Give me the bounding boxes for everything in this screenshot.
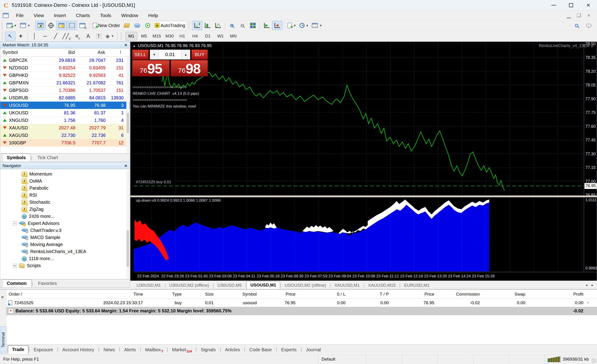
buy-button[interactable]: BUY [191, 50, 208, 60]
timeframe-m1-button[interactable]: M1 [126, 32, 137, 40]
menu-charts[interactable]: Charts [71, 11, 95, 20]
orders-column-time[interactable]: Time [63, 292, 145, 297]
orders-column-profit[interactable]: Profit [527, 292, 586, 297]
navigator-item-renkolivecharts-v4-13ea[interactable]: RenkoLiveCharts_v4_13EA [0, 248, 130, 255]
column-ask[interactable]: Ask [77, 50, 107, 55]
toolbar-grip[interactable] [189, 22, 190, 29]
line-chart-button[interactable]: ╱╲ [213, 21, 223, 30]
minimize-button[interactable] [545, 0, 562, 10]
market-watch-scrollbar[interactable] [126, 57, 129, 153]
toolbar-grip[interactable] [2, 22, 4, 29]
menu-insert[interactable]: Insert [49, 11, 71, 20]
maximize-button[interactable] [562, 0, 580, 10]
terminal-close-icon[interactable]: × [1, 295, 4, 300]
navigator-close-icon[interactable]: × [125, 163, 127, 168]
new-order-button[interactable]: New Order [91, 21, 122, 30]
chart-tab-u30usd-m5[interactable]: U30USD,M5 [214, 282, 245, 289]
navigator-item-parabolic[interactable]: fParabolic [0, 185, 130, 192]
cursor-button[interactable]: ↖ [5, 32, 16, 41]
terminal-tab-alerts[interactable]: Alerts [120, 346, 140, 354]
orders-column-price[interactable]: Price [259, 292, 298, 297]
terminal-tab-news[interactable]: News [100, 346, 119, 354]
market-watch-row-nzdsgd[interactable]: NZDSGD0.832540.83405151 [0, 64, 130, 72]
trendline-button[interactable]: ╱ [50, 32, 61, 41]
zoom-out-button[interactable]: − [237, 21, 248, 30]
volume-input[interactable]: 0.01 [159, 50, 181, 59]
orders-column-swap[interactable]: Swap [482, 292, 527, 297]
terminal-vertical-tab[interactable]: Terminal [0, 326, 6, 353]
menu-window[interactable]: Window [116, 11, 143, 20]
column-spread[interactable]: ! [107, 50, 123, 55]
market-watch-row-gbphkd[interactable]: GBPHKD9.925229.9256341 [0, 72, 130, 79]
terminal-tab-signals[interactable]: Signals [197, 346, 220, 354]
market-watch-toggle-button[interactable] [35, 21, 46, 30]
shapes-button[interactable]: ◈▼ [104, 32, 116, 41]
market-watch-tab-tick-chart[interactable]: Tick Chart [32, 154, 63, 162]
terminal-tab-trade[interactable]: Trade [8, 345, 28, 354]
child-minimize-button[interactable]: ▁ [564, 13, 574, 18]
terminal-tab-exposure[interactable]: Exposure [30, 346, 57, 354]
signals-button[interactable] [142, 21, 153, 30]
fibonacci-button[interactable]: ≡F [73, 32, 83, 41]
navigator-item-scripts[interactable]: +Scripts [0, 262, 130, 269]
menu-view[interactable]: View [29, 11, 49, 20]
orders-column-t-p[interactable]: T / P [348, 292, 391, 297]
horizontal-line-button[interactable]: ─ [40, 32, 50, 41]
navigator-tab-favorites[interactable]: Favorites [33, 280, 62, 287]
navigator-item-expert-advisors[interactable]: −Expert Advisors [0, 220, 130, 227]
orders-column-symbol[interactable]: Symbol [216, 292, 259, 297]
market-watch-row-xagusd[interactable]: XAGUSD22.73022.7366 [0, 132, 130, 139]
orders-column-s-l[interactable]: S / L [298, 292, 348, 297]
collapse-icon[interactable]: − [13, 221, 17, 225]
terminal-tab-account-history[interactable]: Account History [58, 346, 98, 354]
market-watch-row-xauusd[interactable]: XAUUSD2027.482027.7931 [0, 124, 130, 132]
volume-down-button[interactable]: ▼ [150, 50, 159, 59]
terminal-tab-experts[interactable]: Experts [277, 346, 301, 354]
market-watch-close-icon[interactable]: × [125, 42, 127, 48]
toolbar-grip[interactable] [121, 32, 123, 40]
profiles-button[interactable]: ▼ [18, 21, 32, 30]
market-button[interactable] [132, 21, 142, 30]
navigator-tab-common[interactable]: Common [2, 280, 31, 287]
zoom-in-button[interactable]: + [227, 21, 237, 30]
vertical-line-button[interactable]: │ [29, 32, 40, 41]
indicators-button[interactable]: ▼ [286, 21, 298, 30]
market-watch-row-100gbp[interactable]: 100GBP7706.57707.712 [0, 139, 130, 147]
navigator-item-stochastic[interactable]: fStochastic [0, 199, 130, 206]
menu-tools[interactable]: Tools [95, 11, 116, 20]
crosshair-button[interactable]: + [16, 32, 26, 41]
orders-column-type[interactable]: Type [145, 292, 184, 297]
menu-file[interactable]: File [11, 11, 29, 20]
terminal-tab-journal[interactable]: Journal [302, 346, 325, 354]
orders-column-order-[interactable]: Order / [6, 292, 63, 297]
navigator-item-moving-average[interactable]: Moving Average [0, 241, 130, 248]
navigator-item-momentum[interactable]: fMomentum [0, 171, 130, 178]
terminal-tab-mailbox[interactable]: Mailbox7 [141, 346, 167, 354]
resize-grip[interactable] [591, 358, 596, 363]
navigator-item-rsi[interactable]: fRSI [0, 192, 130, 199]
terminal-toggle-button[interactable] [67, 21, 77, 30]
timeframe-m15-button[interactable]: M15 [151, 32, 163, 40]
data-window-button[interactable] [46, 21, 56, 30]
market-watch-row-gbpsgd[interactable]: GBPSGD1.703861.70537151 [0, 87, 130, 94]
navigator-item-macd-sample[interactable]: MACD Sample [0, 234, 130, 241]
navigator-item-1118-more-[interactable]: 1118 more... [0, 255, 130, 262]
tab-scroll-left-icon[interactable]: ◂ [586, 283, 588, 287]
chart-tab-usousd-m1[interactable]: USOUSD,M1 [246, 281, 280, 289]
timeframe-h4-button[interactable]: H4 [189, 32, 201, 40]
terminal-tab-articles[interactable]: Articles [221, 346, 244, 354]
panel-divider[interactable] [130, 196, 597, 197]
chart-tab-xauusd-m1[interactable]: XAUUSD,M1 [331, 282, 363, 289]
market-watch-row-xngusd[interactable]: XNGUSD1.7561.7604 [0, 117, 130, 124]
chart-tab-u30usd-m2-offline-[interactable]: U30USD,M2 (offline) [166, 282, 213, 289]
timeframe-h1-button[interactable]: H1 [176, 32, 188, 40]
toolbar-grip[interactable] [2, 32, 4, 40]
status-profile[interactable]: Default [318, 355, 366, 364]
column-symbol[interactable]: Symbol [0, 50, 47, 55]
scrollbar-thumb[interactable] [126, 113, 129, 133]
orders-column-price[interactable]: Price [391, 292, 437, 297]
timeframe-w1-button[interactable]: W1 [215, 32, 227, 40]
column-bid[interactable]: Bid [47, 50, 77, 55]
buy-price-display[interactable]: 76 98 [171, 60, 208, 76]
search-icon[interactable] [575, 24, 578, 27]
